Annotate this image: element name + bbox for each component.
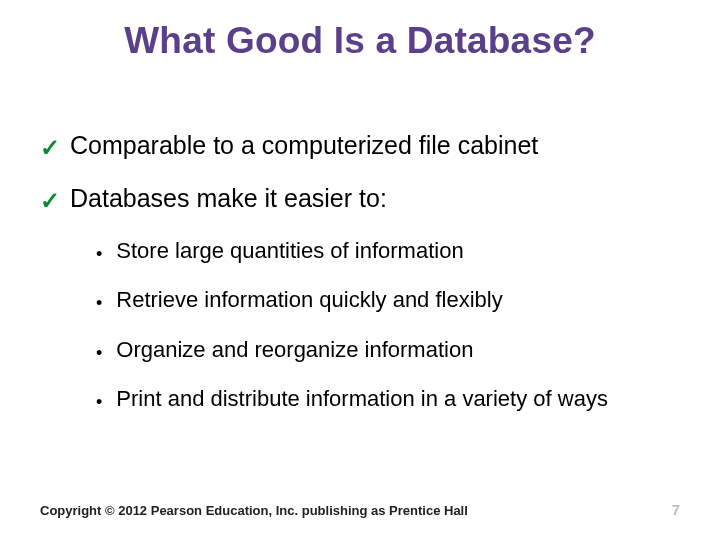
bullet-icon: • xyxy=(96,294,102,312)
list-item-text: Organize and reorganize information xyxy=(116,336,473,364)
list-item-text: Retrieve information quickly and flexibl… xyxy=(116,286,502,314)
check-icon: ✓ xyxy=(40,136,60,160)
list-item: ✓ Comparable to a computerized file cabi… xyxy=(40,130,680,161)
list-item-text: Print and distribute information in a va… xyxy=(116,385,608,413)
list-item: • Print and distribute information in a … xyxy=(96,385,680,413)
slide: What Good Is a Database? ✓ Comparable to… xyxy=(0,0,720,540)
footer-copyright: Copyright © 2012 Pearson Education, Inc.… xyxy=(40,503,468,518)
list-item: • Organize and reorganize information xyxy=(96,336,680,364)
bullet-icon: • xyxy=(96,245,102,263)
slide-content: ✓ Comparable to a computerized file cabi… xyxy=(40,130,680,435)
list-item: • Retrieve information quickly and flexi… xyxy=(96,286,680,314)
page-number: 7 xyxy=(672,501,680,518)
list-item: • Store large quantities of information xyxy=(96,237,680,265)
bullet-icon: • xyxy=(96,393,102,411)
bullet-icon: • xyxy=(96,344,102,362)
list-item-text: Databases make it easier to: xyxy=(70,183,387,214)
check-icon: ✓ xyxy=(40,189,60,213)
slide-title: What Good Is a Database? xyxy=(0,20,720,62)
list-item: ✓ Databases make it easier to: xyxy=(40,183,680,214)
list-item-text: Comparable to a computerized file cabine… xyxy=(70,130,538,161)
list-item-text: Store large quantities of information xyxy=(116,237,463,265)
sub-list: • Store large quantities of information … xyxy=(96,237,680,413)
